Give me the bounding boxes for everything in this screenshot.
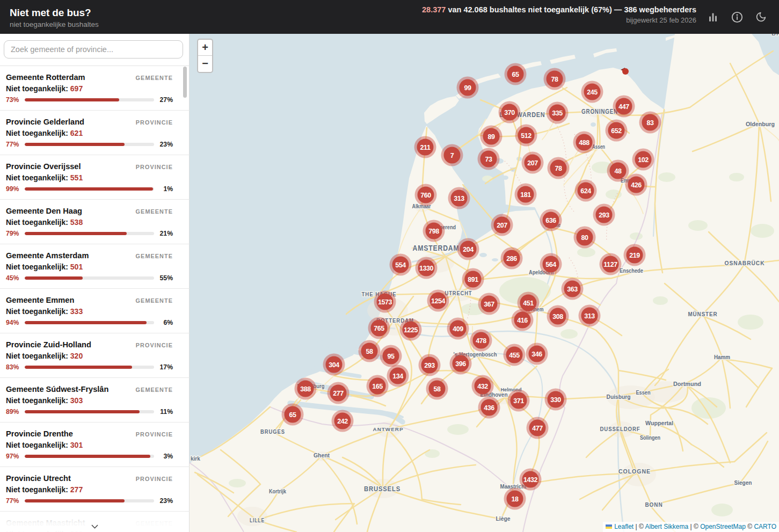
svg-text:COLOGNE: COLOGNE xyxy=(618,468,651,475)
svg-text:AMSTERDAM: AMSTERDAM xyxy=(413,244,460,252)
svg-text:432: 432 xyxy=(477,383,488,390)
svg-text:Liège: Liège xyxy=(496,515,511,522)
svg-text:99: 99 xyxy=(464,84,471,92)
svg-text:Wuppertal: Wuppertal xyxy=(645,420,673,426)
svg-text:304: 304 xyxy=(329,361,339,369)
svg-text:346: 346 xyxy=(532,351,542,358)
svg-text:370: 370 xyxy=(504,109,515,116)
svg-text:367: 367 xyxy=(484,301,494,308)
svg-text:58: 58 xyxy=(433,385,441,393)
svg-text:ANTWERP: ANTWERP xyxy=(373,426,404,432)
svg-text:83: 83 xyxy=(646,119,654,127)
svg-text:455: 455 xyxy=(509,352,520,359)
svg-text:624: 624 xyxy=(580,187,591,195)
svg-text:GRONINGEN: GRONINGEN xyxy=(581,108,618,115)
svg-text:MÜNSTER: MÜNSTER xyxy=(688,311,718,317)
svg-text:BONN: BONN xyxy=(645,501,663,508)
svg-text:Essen: Essen xyxy=(636,389,651,396)
svg-text:7: 7 xyxy=(450,152,454,159)
svg-text:396: 396 xyxy=(455,360,466,368)
svg-text:Solingen: Solingen xyxy=(640,435,660,441)
svg-text:207: 207 xyxy=(497,222,507,229)
svg-text:UTRECHT: UTRECHT xyxy=(445,290,472,296)
svg-text:73: 73 xyxy=(485,156,492,163)
svg-text:80: 80 xyxy=(581,234,588,242)
svg-text:kirk: kirk xyxy=(191,456,200,462)
svg-text:477: 477 xyxy=(532,425,543,432)
svg-text:436: 436 xyxy=(484,404,494,412)
svg-text:308: 308 xyxy=(552,313,563,320)
svg-text:388: 388 xyxy=(300,385,311,393)
svg-text:564: 564 xyxy=(545,261,556,268)
svg-text:1254: 1254 xyxy=(431,297,446,305)
svg-text:181: 181 xyxy=(520,191,531,199)
svg-text:Oldenburg: Oldenburg xyxy=(746,121,775,127)
svg-text:Siegen: Siegen xyxy=(734,480,752,486)
svg-text:1127: 1127 xyxy=(603,261,617,268)
svg-text:451: 451 xyxy=(523,300,534,307)
svg-text:Ghent: Ghent xyxy=(314,452,330,458)
svg-text:65: 65 xyxy=(512,71,519,78)
svg-text:Enschede: Enschede xyxy=(620,268,643,274)
svg-text:Dortmund: Dortmund xyxy=(673,381,701,387)
svg-text:58: 58 xyxy=(366,348,373,355)
svg-text:48: 48 xyxy=(614,167,622,175)
svg-text:760: 760 xyxy=(420,192,431,199)
svg-text:798: 798 xyxy=(428,228,439,235)
svg-text:204: 204 xyxy=(463,246,474,253)
svg-text:165: 165 xyxy=(372,383,383,390)
svg-text:478: 478 xyxy=(476,337,486,345)
svg-text:554: 554 xyxy=(395,261,406,269)
svg-text:1225: 1225 xyxy=(404,326,418,334)
svg-text:Hamm: Hamm xyxy=(714,354,730,360)
svg-text:447: 447 xyxy=(618,103,629,111)
svg-text:488: 488 xyxy=(579,139,589,147)
svg-text:1573: 1573 xyxy=(378,298,392,306)
svg-text:371: 371 xyxy=(513,397,524,405)
svg-text:1432: 1432 xyxy=(523,476,538,484)
svg-text:BRUSSELS: BRUSSELS xyxy=(364,485,401,493)
svg-text:313: 313 xyxy=(454,195,464,202)
svg-text:277: 277 xyxy=(333,390,344,397)
svg-text:330: 330 xyxy=(550,396,561,404)
svg-text:BRUGES: BRUGES xyxy=(260,429,285,435)
svg-text:409: 409 xyxy=(453,325,463,333)
svg-text:416: 416 xyxy=(517,317,528,324)
svg-text:207: 207 xyxy=(527,159,538,167)
svg-text:242: 242 xyxy=(337,418,348,425)
svg-text:245: 245 xyxy=(587,89,598,96)
svg-text:18: 18 xyxy=(511,495,519,503)
svg-text:78: 78 xyxy=(551,76,558,83)
svg-text:134: 134 xyxy=(392,373,403,380)
svg-text:LILLE: LILLE xyxy=(250,518,265,523)
svg-text:OSNABRÜCK: OSNABRÜCK xyxy=(725,260,765,266)
svg-text:293: 293 xyxy=(599,212,609,219)
svg-text:95: 95 xyxy=(387,353,395,360)
svg-text:426: 426 xyxy=(631,181,642,189)
svg-text:Duisburg: Duisburg xyxy=(607,393,631,400)
svg-text:211: 211 xyxy=(420,144,431,151)
svg-text:65: 65 xyxy=(289,411,296,419)
svg-text:89: 89 xyxy=(487,133,495,141)
svg-text:512: 512 xyxy=(521,132,532,140)
svg-text:BREMEN: BREMEN xyxy=(771,34,779,37)
svg-text:363: 363 xyxy=(567,286,578,293)
svg-text:335: 335 xyxy=(552,110,563,117)
svg-text:286: 286 xyxy=(506,255,517,263)
svg-text:DUSSELDORF: DUSSELDORF xyxy=(600,426,640,432)
svg-text:636: 636 xyxy=(545,217,556,224)
svg-text:102: 102 xyxy=(638,156,649,164)
svg-text:78: 78 xyxy=(555,165,562,172)
svg-text:891: 891 xyxy=(468,276,478,283)
svg-text:293: 293 xyxy=(424,362,435,369)
svg-text:313: 313 xyxy=(584,312,595,320)
svg-text:Kortrijk: Kortrijk xyxy=(269,489,286,494)
svg-text:219: 219 xyxy=(629,252,640,259)
svg-text:1330: 1330 xyxy=(419,265,434,272)
svg-text:765: 765 xyxy=(374,325,384,332)
svg-text:652: 652 xyxy=(611,127,622,135)
